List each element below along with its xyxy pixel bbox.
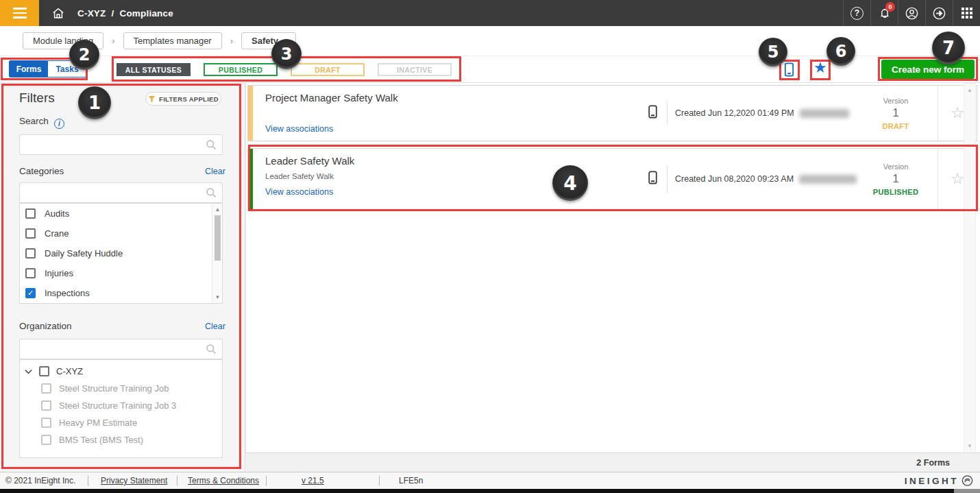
copyright-text: © 2021 InEight Inc. (5, 476, 75, 485)
divider (379, 476, 380, 486)
breadcrumb-module-landing[interactable]: Module landing (23, 32, 103, 49)
status-filter-draft[interactable]: DRAFT (291, 63, 365, 76)
chevron-down-icon: ▾ (284, 36, 289, 45)
checkbox-unchecked[interactable] (39, 366, 49, 376)
tab-forms[interactable]: Forms (10, 61, 48, 77)
chevron-down-icon[interactable] (25, 369, 32, 374)
category-item-audits[interactable]: Audits (20, 204, 222, 224)
main-scrollbar[interactable]: ▲ ▼ (964, 83, 976, 453)
categories-clear-link[interactable]: Clear (205, 167, 225, 176)
breadcrumb-safety-dropdown[interactable]: Safety ▾ (241, 32, 296, 49)
filters-applied-badge[interactable]: FILTERS APPLIED (145, 92, 221, 106)
form-subtitle: Leader Safety Walk (265, 172, 334, 180)
checkbox-unchecked[interactable] (41, 435, 51, 445)
checkbox-checked[interactable]: ✓ (25, 288, 36, 298)
category-item-injuries[interactable]: Injuries (20, 263, 222, 283)
created-timestamp: Created Jun 12,2020 01:49 PM (675, 108, 794, 118)
org-child-label: Steel Structure Training Job (59, 383, 169, 394)
divider (88, 476, 88, 486)
checkbox-unchecked[interactable] (41, 383, 51, 394)
status-filter-all[interactable]: ALL STATUSES (117, 63, 191, 76)
redacted-username (800, 109, 849, 118)
tab-tasks[interactable]: Tasks (48, 61, 86, 77)
created-timestamp: Created Jun 08,2020 09:23 AM (675, 174, 794, 184)
mobile-phone-icon (648, 105, 657, 121)
forms-count: 2 Forms (916, 458, 950, 468)
category-label: Inspections (45, 288, 90, 298)
breadcrumb-templates-manager[interactable]: Templates manager (123, 32, 222, 49)
privacy-statement-link[interactable]: Privacy Statement (101, 476, 167, 485)
version-label: Version (858, 163, 933, 171)
terms-conditions-link[interactable]: Terms & Conditions (188, 476, 259, 485)
organization-clear-link[interactable]: Clear (205, 322, 225, 331)
org-node-child[interactable]: Steel Structure Training Job 3 (20, 400, 222, 411)
status-label: PUBLISHED (219, 66, 262, 74)
help-button[interactable]: ? (843, 0, 870, 26)
hamburger-menu-button[interactable] (0, 0, 39, 26)
title-separator: / (112, 8, 114, 19)
module-name: Compliance (119, 8, 173, 19)
top-header: C-XYZ / Compliance ? 0 (0, 0, 980, 26)
checkbox-unchecked[interactable] (25, 208, 36, 219)
form-row-project-manager-safety-walk[interactable]: Project Manager Safety Walk View associa… (247, 85, 977, 141)
sign-out-button[interactable] (925, 0, 953, 26)
scroll-down-icon[interactable]: ▼ (212, 294, 223, 300)
search-icon (206, 139, 217, 151)
scroll-up-icon[interactable]: ▲ (964, 87, 975, 93)
version-link[interactable]: v 21.5 (302, 476, 324, 485)
category-label: Daily Safety Huddle (45, 248, 123, 258)
checkbox-unchecked[interactable] (41, 418, 51, 428)
org-child-label: Heavy PM Estimate (59, 418, 137, 428)
checkbox-unchecked[interactable] (25, 248, 36, 258)
view-associations-link[interactable]: View associations (265, 124, 333, 134)
breadcrumb-separator-icon: › (230, 36, 233, 46)
info-icon[interactable]: i (54, 119, 64, 129)
notification-badge: 0 (885, 2, 895, 12)
build-code: LFE5n (399, 476, 423, 485)
status-label: INACTIVE (397, 66, 432, 74)
status-label: ALL STATUSES (125, 66, 182, 74)
create-new-form-button[interactable]: Create new form (881, 60, 975, 79)
form-row-leader-safety-walk[interactable]: Leader Safety Walk Leader Safety Walk Vi… (247, 148, 977, 210)
org-node-child[interactable]: Steel Structure Training Job (20, 383, 222, 394)
org-node-root[interactable]: C-XYZ (20, 360, 222, 376)
categories-search-input[interactable] (20, 183, 222, 202)
search-input[interactable] (20, 135, 222, 154)
breadcrumb-label: Templates manager (134, 36, 212, 46)
checkbox-unchecked[interactable] (25, 228, 36, 239)
favorites-toggle-button[interactable]: ★ (813, 58, 827, 75)
tab-label: Forms (16, 64, 42, 74)
help-icon: ? (850, 7, 863, 20)
project-name: C-XYZ (77, 8, 106, 19)
home-button[interactable] (48, 0, 69, 26)
filters-title: Filters (19, 91, 55, 106)
category-item-inspections[interactable]: ✓ Inspections (20, 283, 222, 303)
status-filter-inactive[interactable]: INACTIVE (378, 63, 452, 76)
org-child-label: Steel Structure Training Job 3 (59, 400, 176, 411)
category-item-crane[interactable]: Crane (20, 224, 222, 243)
scroll-up-icon[interactable]: ▲ (212, 206, 223, 213)
star-outline-icon: ☆ (951, 170, 964, 188)
app-title: C-XYZ / Compliance (77, 8, 173, 19)
org-node-child[interactable]: BMS Test (BMS Test) (20, 435, 222, 445)
categories-scrollbar[interactable]: ▲ ▼ (212, 204, 222, 303)
scroll-down-icon[interactable]: ▼ (964, 443, 975, 449)
category-item-daily-safety-huddle[interactable]: Daily Safety Huddle (20, 243, 222, 263)
app-switcher-button[interactable] (953, 0, 980, 26)
status-filter-published[interactable]: PUBLISHED (204, 63, 278, 76)
category-item-partial[interactable] (20, 303, 222, 304)
version-label: Version (858, 97, 933, 105)
view-associations-link[interactable]: View associations (265, 187, 333, 197)
category-label: Audits (45, 208, 69, 219)
checkbox-unchecked[interactable] (25, 268, 36, 278)
organization-search-input[interactable] (20, 339, 222, 359)
forms-list: Project Manager Safety Walk View associa… (245, 83, 980, 453)
notifications-button[interactable]: 0 (870, 0, 898, 26)
status-color-strip (248, 149, 253, 209)
search-label: Searchi (19, 116, 64, 129)
account-button[interactable] (898, 0, 925, 26)
scrollbar-thumb[interactable] (215, 215, 221, 261)
mobile-preview-button[interactable] (784, 62, 794, 80)
org-node-child[interactable]: Heavy PM Estimate (20, 418, 222, 428)
checkbox-unchecked[interactable] (41, 400, 51, 411)
